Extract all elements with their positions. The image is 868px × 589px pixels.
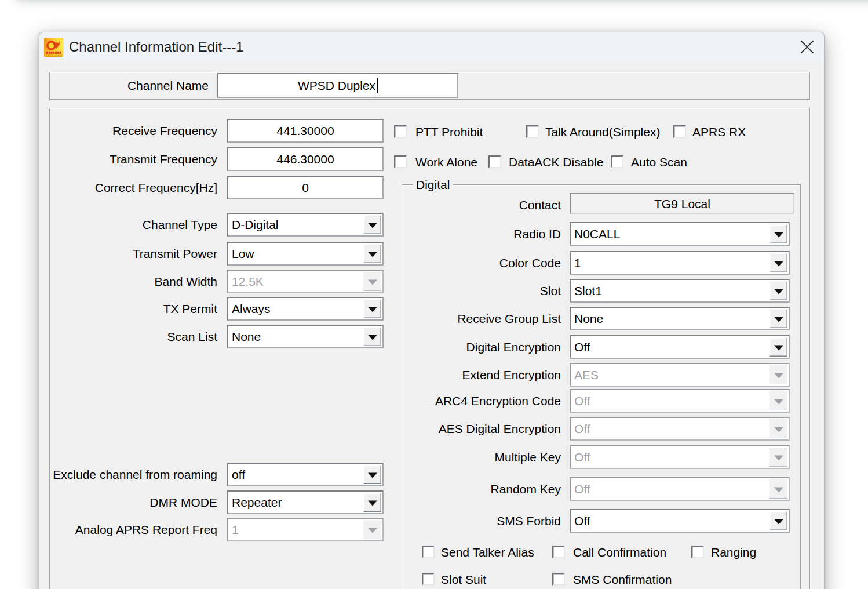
dropdown-arrow-icon[interactable] (769, 224, 787, 243)
aes-digital-encryption-combo: Off (570, 417, 790, 441)
radio-id-combo[interactable]: N0CALL (570, 222, 790, 246)
transmit-power-combo[interactable]: Low (227, 242, 384, 266)
correct-frequency-input[interactable]: 0 (227, 176, 384, 199)
analog-aprs-freq-label: Analog APRS Report Freq (51, 523, 217, 537)
dropdown-arrow-icon[interactable] (769, 511, 787, 530)
auto-scan-label: Auto Scan (631, 155, 687, 169)
app-icon (44, 38, 63, 57)
dropdown-arrow-icon[interactable] (363, 493, 381, 512)
exclude-roaming-label: Exclude channel from roaming (51, 468, 217, 482)
background-window-shadow (15, 0, 868, 1)
ptt-prohibit-label: PTT Prohibit (415, 125, 483, 139)
channel-name-label: Channel Name (74, 79, 209, 93)
multiple-key-combo: Off (570, 445, 790, 469)
digital-group-label: Digital (413, 178, 453, 192)
exclude-roaming-value: off (232, 464, 359, 485)
aes-digital-encryption-label: AES Digital Encryption (418, 422, 561, 436)
arc4-encryption-code-combo: Off (570, 389, 790, 413)
tx-permit-combo[interactable]: Always (227, 297, 384, 321)
talk-around-label: Talk Around(Simplex) (545, 125, 660, 139)
dropdown-arrow-icon[interactable] (769, 253, 787, 272)
sms-forbid-combo[interactable]: Off (570, 509, 790, 533)
dropdown-arrow-icon[interactable] (769, 309, 787, 328)
dropdown-arrow-icon (769, 419, 787, 438)
work-alone-checkbox[interactable] (394, 155, 407, 168)
digital-encryption-combo[interactable]: Off (570, 335, 790, 359)
arc4-encryption-code-value: Off (574, 390, 765, 412)
transmit-power-label: Transmit Power (74, 247, 217, 261)
dropdown-arrow-icon (769, 479, 787, 499)
extend-encryption-combo: AES (570, 363, 790, 387)
dropdown-arrow-icon[interactable] (363, 465, 381, 484)
transmit-frequency-input[interactable]: 446.30000 (227, 147, 384, 171)
random-key-label: Random Key (418, 482, 561, 496)
sms-confirmation-checkbox[interactable] (552, 573, 565, 586)
exclude-roaming-combo[interactable]: off (227, 463, 384, 486)
dropdown-arrow-icon[interactable] (769, 337, 787, 357)
dropdown-arrow-icon (363, 272, 381, 291)
channel-information-edit-dialog: Channel Information Edit---1 Channel Nam… (39, 32, 825, 589)
aes-digital-encryption-value: Off (574, 418, 765, 439)
dmr-mode-value: Repeater (232, 492, 359, 513)
channel-type-combo[interactable]: D-Digital (227, 213, 384, 237)
sms-forbid-label: SMS Forbid (418, 514, 561, 528)
dataack-disable-checkbox[interactable] (488, 155, 501, 168)
channel-name-input[interactable]: WPSD Duplex (217, 73, 458, 98)
text-caret (377, 78, 378, 93)
send-talker-alias-label: Send Talker Alias (441, 546, 534, 559)
slot-combo[interactable]: Slot1 (570, 279, 790, 303)
aprs-rx-checkbox[interactable] (673, 125, 686, 138)
arc4-encryption-code-label: ARC4 Encryption Code (418, 394, 561, 408)
color-code-combo[interactable]: 1 (570, 251, 790, 275)
slot-value: Slot1 (574, 280, 765, 301)
contact-label: Contact (418, 198, 561, 212)
extend-encryption-value: AES (574, 364, 765, 386)
dropdown-arrow-icon[interactable] (363, 244, 381, 263)
ranging-label: Ranging (711, 546, 756, 559)
radio-id-value: N0CALL (574, 223, 765, 245)
dmr-mode-combo[interactable]: Repeater (227, 490, 384, 514)
color-code-label: Color Code (418, 256, 561, 270)
ranging-checkbox[interactable] (691, 546, 704, 558)
contact-button[interactable]: TG9 Local (570, 193, 794, 214)
random-key-combo: Off (570, 477, 790, 501)
transmit-power-value: Low (232, 243, 359, 264)
transmit-frequency-label: Transmit Frequency (74, 152, 217, 166)
aprs-rx-label: APRS RX (692, 125, 746, 139)
ptt-prohibit-checkbox[interactable] (394, 125, 407, 138)
scan-list-label: Scan List (74, 330, 217, 344)
band-width-combo: 12.5K (227, 270, 384, 293)
digital-encryption-value: Off (574, 336, 765, 358)
scan-list-value: None (232, 326, 359, 347)
extend-encryption-label: Extend Encryption (418, 368, 561, 382)
dropdown-arrow-icon[interactable] (363, 327, 381, 346)
slot-label: Slot (418, 284, 561, 298)
receive-frequency-input[interactable]: 441.30000 (227, 119, 384, 143)
transmit-frequency-value: 446.30000 (276, 152, 334, 166)
dataack-disable-label: DataACK Disable (509, 155, 603, 169)
random-key-value: Off (574, 478, 765, 500)
send-talker-alias-checkbox[interactable] (422, 546, 435, 558)
dropdown-arrow-icon[interactable] (363, 215, 381, 234)
slot-suit-label: Slot Suit (441, 573, 486, 587)
tx-permit-value: Always (232, 298, 359, 319)
close-button[interactable] (794, 38, 820, 56)
receive-frequency-value: 441.30000 (276, 124, 334, 138)
correct-frequency-value: 0 (302, 181, 309, 195)
digital-encryption-label: Digital Encryption (418, 340, 561, 354)
auto-scan-checkbox[interactable] (611, 155, 623, 168)
dialog-title: Channel Information Edit---1 (69, 32, 243, 61)
dropdown-arrow-icon[interactable] (769, 281, 787, 300)
close-icon (800, 40, 814, 54)
slot-suit-checkbox[interactable] (422, 573, 435, 586)
receive-group-list-combo[interactable]: None (570, 307, 790, 330)
scan-list-combo[interactable]: None (227, 325, 384, 348)
call-confirmation-checkbox[interactable] (552, 546, 565, 558)
receive-frequency-label: Receive Frequency (74, 124, 217, 138)
receive-group-list-label: Receive Group List (418, 312, 561, 326)
talk-around-checkbox[interactable] (526, 125, 539, 138)
dropdown-arrow-icon (363, 520, 381, 539)
dropdown-arrow-icon[interactable] (363, 299, 381, 318)
sms-forbid-value: Off (574, 510, 765, 532)
dialog-titlebar[interactable]: Channel Information Edit---1 (39, 32, 824, 61)
